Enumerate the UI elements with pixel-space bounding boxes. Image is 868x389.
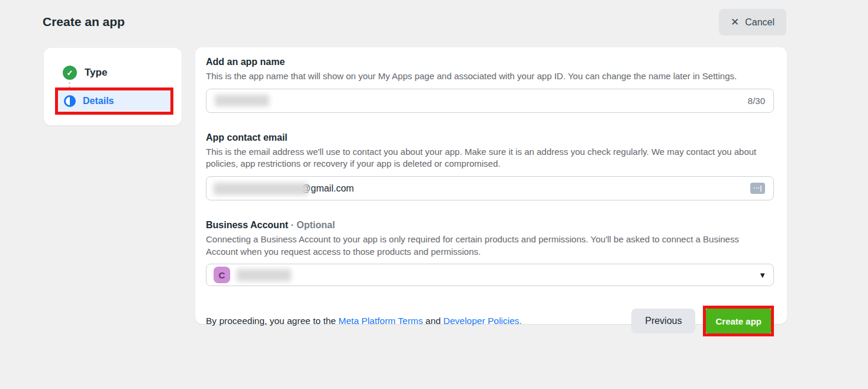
check-circle-icon: ✓	[63, 66, 77, 80]
step-connector-dots	[69, 82, 70, 87]
app-name-section: Add an app name This is the app name tha…	[206, 57, 774, 113]
business-avatar: C	[214, 267, 230, 283]
developer-policies-link[interactable]: Developer Policies.	[443, 316, 522, 326]
create-app-button[interactable]: Create app	[706, 309, 771, 333]
business-account-heading: Business Account · Optional	[206, 220, 774, 231]
chevron-down-icon: ▼	[759, 271, 766, 280]
business-account-section: Business Account · Optional Connecting a…	[206, 220, 774, 286]
app-name-description: This is the app name that will show on y…	[206, 70, 768, 83]
business-account-description: Connecting a Business Account to your ap…	[206, 234, 768, 258]
meta-platform-terms-link[interactable]: Meta Platform Terms	[338, 316, 423, 326]
annotation-box-details: Details	[55, 87, 173, 115]
terms-text: By proceeding, you agree to the Meta Pla…	[206, 316, 522, 326]
close-icon: ✕	[731, 16, 739, 28]
redacted-business-name	[237, 269, 291, 281]
redacted-app-name-value	[215, 95, 269, 106]
business-account-select[interactable]: C ▼	[206, 264, 774, 286]
create-app-page: Create an app ✕ Cancel ✓ Type Details Ad…	[0, 0, 868, 389]
char-counter: 8/30	[748, 96, 765, 106]
step-type-label: Type	[85, 67, 107, 79]
app-name-input[interactable]: 8/30	[206, 89, 774, 113]
optional-label: · Optional	[288, 220, 335, 230]
contact-email-heading: App contact email	[206, 132, 774, 143]
form-footer: By proceeding, you agree to the Meta Pla…	[206, 306, 774, 336]
stepper-step-details[interactable]: Details	[58, 90, 170, 112]
previous-button[interactable]: Previous	[631, 309, 695, 333]
cancel-label: Cancel	[745, 17, 775, 28]
contact-email-description: This is the email address we'll use to c…	[206, 146, 768, 170]
contact-email-input[interactable]: @gmail.com ···|	[206, 176, 774, 200]
half-filled-circle-icon	[64, 95, 76, 107]
stepper-step-type[interactable]: ✓ Type	[63, 66, 107, 80]
stepper-card: ✓ Type Details	[44, 48, 182, 125]
terms-middle: and	[423, 316, 443, 326]
page-title: Create an app	[43, 15, 125, 29]
app-name-heading: Add an app name	[206, 57, 774, 67]
annotation-box-create-app: Create app	[703, 306, 774, 336]
redacted-email-value	[214, 183, 308, 195]
email-domain-text: @gmail.com	[301, 183, 354, 194]
autofill-icon[interactable]: ···|	[750, 183, 765, 194]
cancel-button[interactable]: ✕ Cancel	[719, 9, 786, 35]
terms-prefix: By proceeding, you agree to the	[206, 316, 338, 326]
details-form-card: Add an app name This is the app name tha…	[195, 47, 787, 324]
step-details-label: Details	[83, 96, 114, 106]
contact-email-section: App contact email This is the email addr…	[206, 132, 774, 200]
